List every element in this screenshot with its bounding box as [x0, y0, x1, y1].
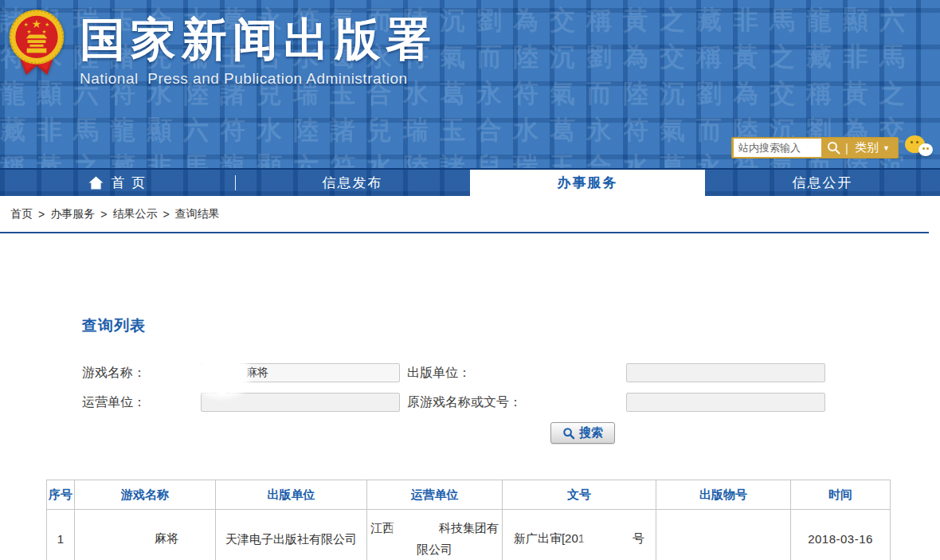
site-header: 諸兒瑞玉合水葛永符氣而陸沉劉為交稱黃之藏非馬龍顯六符水陸諸兒瑞玉合水葛永符氣而陸… [0, 0, 940, 196]
breadcrumb-home[interactable]: 首页 [10, 207, 33, 221]
page-title: 查询列表 [82, 315, 940, 336]
magnifier-icon [562, 427, 575, 440]
nav-item-home[interactable]: 首 页 [0, 170, 235, 196]
nav-item-info-disclosure[interactable]: 信息公开 [705, 170, 940, 196]
svg-text:★: ★ [27, 29, 32, 34]
search-submit-button[interactable] [821, 138, 845, 158]
chevron-down-icon: ▼ [883, 144, 890, 152]
home-icon [88, 176, 104, 190]
svg-text:★: ★ [24, 22, 29, 27]
magnifier-icon [827, 141, 840, 155]
search-button[interactable]: 搜索 [550, 422, 615, 444]
wechat-bubble-small [918, 143, 933, 156]
redaction-blur [112, 531, 154, 546]
col-header-doc-number: 文号 [503, 480, 656, 510]
redaction-blur [586, 531, 632, 546]
query-form: 游戏名称： 出版单位： 运营单位： 原游戏名称或文号： [0, 363, 940, 444]
site-brand[interactable]: ★ ★ ★ ★ ★ 国家新闻出版署 National Press and Pub… [6, 5, 437, 88]
original-name-input[interactable] [626, 393, 825, 412]
table-header-row: 序号 游戏名称 出版单位 运营单位 文号 出版物号 时间 [47, 480, 891, 510]
main-nav: 首 页 信息发布 办事服务 信息公开 [0, 168, 940, 196]
publisher-label: 出版单位： [407, 365, 626, 382]
publisher-input[interactable] [626, 363, 825, 382]
breadcrumb-results[interactable]: 结果公示 [112, 207, 157, 221]
breadcrumb: 首页 > 办事服务 > 结果公示 > 查询结果 [0, 196, 929, 233]
breadcrumb-query-result: 查询结果 [175, 207, 220, 221]
main-content: 查询列表 游戏名称： 出版单位： 运营单位： 原游戏名称或文号： [0, 315, 940, 560]
cell-game-name: 麻将 [75, 510, 216, 560]
col-header-publisher: 出版单位 [216, 480, 367, 510]
svg-text:★: ★ [32, 18, 42, 30]
breadcrumb-services[interactable]: 办事服务 [50, 207, 95, 221]
game-name-input[interactable] [201, 363, 400, 382]
operator-input[interactable] [201, 393, 400, 412]
cell-publisher: 天津电子出版社有限公司 [216, 510, 367, 560]
game-name-label: 游戏名称： [82, 365, 201, 382]
category-dropdown[interactable]: 类别 ▼ [848, 140, 898, 155]
table-row: 1 麻将 天津电子出版社有限公司 江西科技集团有限公司 新广出审[201号 20… [47, 510, 891, 560]
cell-operator: 江西科技集团有限公司 [367, 510, 503, 560]
svg-text:★: ★ [45, 22, 49, 27]
original-name-label: 原游戏名称或文号： [407, 394, 626, 411]
search-input[interactable] [734, 139, 821, 157]
wechat-icon[interactable] [905, 135, 937, 161]
category-label: 类别 [855, 140, 879, 155]
nav-item-info-release[interactable]: 信息发布 [235, 170, 470, 196]
col-header-isbn: 出版物号 [656, 480, 791, 510]
site-search: | 类别 ▼ [731, 137, 899, 159]
cell-isbn [656, 510, 791, 560]
cell-index: 1 [47, 510, 75, 560]
site-title: 国家新闻出版署 [80, 16, 437, 64]
cell-date: 2018-03-16 [791, 510, 891, 560]
results-table: 序号 游戏名称 出版单位 运营单位 文号 出版物号 时间 1 麻将 天津电子出版… [46, 480, 891, 560]
site-subtitle: National Press and Publication Administr… [80, 70, 437, 88]
cell-doc-number: 新广出审[201号 [503, 510, 656, 560]
col-header-game-name: 游戏名称 [75, 480, 216, 510]
national-emblem-logo: ★ ★ ★ ★ ★ [6, 5, 67, 81]
operator-label: 运营单位： [82, 394, 201, 411]
col-header-date: 时间 [791, 480, 891, 510]
col-header-index: 序号 [47, 480, 75, 510]
col-header-operator: 运营单位 [367, 480, 503, 510]
svg-text:★: ★ [42, 29, 47, 34]
nav-item-services[interactable]: 办事服务 [470, 170, 705, 196]
page: 諸兒瑞玉合水葛永符氣而陸沉劉為交稱黃之藏非馬龍顯六符水陸諸兒瑞玉合水葛永符氣而陸… [0, 0, 940, 560]
redaction-blur [395, 520, 438, 536]
